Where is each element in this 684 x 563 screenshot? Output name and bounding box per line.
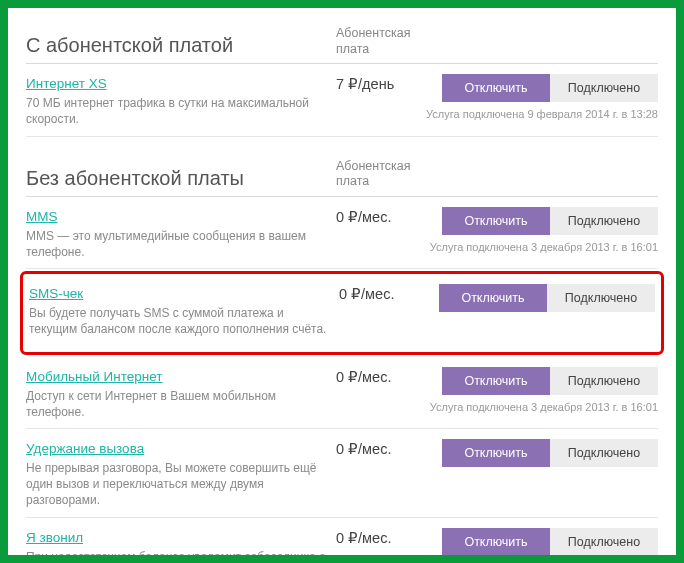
service-price: 0 ₽/мес. bbox=[336, 207, 426, 225]
button-row: Отключить Подключено bbox=[442, 528, 658, 556]
disconnect-button[interactable]: Отключить bbox=[439, 284, 547, 312]
service-description: Доступ к сети Интернет в Вашем мобильном… bbox=[26, 388, 328, 420]
disconnect-button[interactable]: Отключить bbox=[442, 367, 550, 395]
service-actions: Отключить Подключено bbox=[426, 439, 658, 467]
service-price: 7 ₽/день bbox=[336, 74, 426, 92]
connected-status: Подключено bbox=[550, 439, 658, 467]
service-row: Мобильный Интернет Доступ к сети Интерне… bbox=[26, 357, 658, 429]
service-info: MMS MMS — это мультимедийные сообщения в… bbox=[26, 207, 336, 260]
service-link-i-called[interactable]: Я звонил bbox=[26, 530, 83, 545]
section-title-paid: С абонентской платой bbox=[26, 34, 336, 57]
service-actions: Отключить Подключено Услуга подключена 9… bbox=[426, 74, 658, 120]
price-column-header: Абонентская плата bbox=[336, 159, 426, 190]
connected-status: Подключено bbox=[550, 367, 658, 395]
section-gap bbox=[26, 137, 658, 151]
service-row: Удержание вызова Не прерывая разговора, … bbox=[26, 429, 658, 518]
service-actions: Отключить Подключено bbox=[426, 528, 658, 556]
service-info: Я звонил При недостаточном балансе уведо… bbox=[26, 528, 336, 563]
app-frame: С абонентской платой Абонентская плата И… bbox=[0, 0, 684, 563]
service-link-call-hold[interactable]: Удержание вызова bbox=[26, 441, 144, 456]
disconnect-button[interactable]: Отключить bbox=[442, 207, 550, 235]
button-row: Отключить Подключено bbox=[442, 207, 658, 235]
service-link-mms[interactable]: MMS bbox=[26, 209, 58, 224]
service-description: MMS — это мультимедийные сообщения в ваш… bbox=[26, 228, 328, 260]
service-link-mobile-internet[interactable]: Мобильный Интернет bbox=[26, 369, 162, 384]
service-info: Интернет XS 70 МБ интернет трафика в сут… bbox=[26, 74, 336, 127]
service-info: Мобильный Интернет Доступ к сети Интерне… bbox=[26, 367, 336, 420]
service-price: 0 ₽/мес. bbox=[336, 528, 426, 546]
service-price: 0 ₽/мес. bbox=[336, 367, 426, 385]
connected-status: Подключено bbox=[550, 74, 658, 102]
service-link-internet-xs[interactable]: Интернет XS bbox=[26, 76, 107, 91]
connection-note: Услуга подключена 9 февраля 2014 г. в 13… bbox=[426, 108, 658, 120]
service-description: Вы будете получать SMS с суммой платежа … bbox=[29, 305, 331, 337]
section-title-free: Без абонентской платы bbox=[26, 167, 336, 190]
service-description: 70 МБ интернет трафика в сутки на максим… bbox=[26, 95, 328, 127]
price-column-header: Абонентская плата bbox=[336, 26, 426, 57]
service-actions: Отключить Подключено Услуга подключена 3… bbox=[426, 207, 658, 253]
button-row: Отключить Подключено bbox=[439, 284, 655, 312]
connection-note: Услуга подключена 3 декабря 2013 г. в 16… bbox=[430, 241, 658, 253]
service-price: 0 ₽/мес. bbox=[336, 439, 426, 457]
service-info: SMS-чек Вы будете получать SMS с суммой … bbox=[29, 284, 339, 337]
service-description: При недостаточном балансе уведомит собес… bbox=[26, 549, 328, 563]
service-link-sms-chek[interactable]: SMS-чек bbox=[29, 286, 83, 301]
service-row: Интернет XS 70 МБ интернет трафика в сут… bbox=[26, 64, 658, 136]
connected-status: Подключено bbox=[550, 207, 658, 235]
button-row: Отключить Подключено bbox=[442, 439, 658, 467]
service-info: Удержание вызова Не прерывая разговора, … bbox=[26, 439, 336, 509]
section-header-paid: С абонентской платой Абонентская плата bbox=[26, 18, 658, 64]
section-header-free: Без абонентской платы Абонентская плата bbox=[26, 151, 658, 197]
disconnect-button[interactable]: Отключить bbox=[442, 439, 550, 467]
service-actions: Отключить Подключено Услуга подключена 3… bbox=[426, 367, 658, 413]
disconnect-button[interactable]: Отключить bbox=[442, 74, 550, 102]
connection-note: Услуга подключена 3 декабря 2013 г. в 16… bbox=[430, 401, 658, 413]
service-row-highlighted: SMS-чек Вы будете получать SMS с суммой … bbox=[20, 271, 664, 354]
service-price: 0 ₽/мес. bbox=[339, 284, 429, 302]
service-row: Я звонил При недостаточном балансе уведо… bbox=[26, 518, 658, 563]
service-actions: Отключить Подключено bbox=[429, 284, 655, 312]
service-description: Не прерывая разговора, Вы можете соверши… bbox=[26, 460, 328, 509]
button-row: Отключить Подключено bbox=[442, 367, 658, 395]
connected-status: Подключено bbox=[550, 528, 658, 556]
button-row: Отключить Подключено bbox=[442, 74, 658, 102]
service-row: MMS MMS — это мультимедийные сообщения в… bbox=[26, 197, 658, 269]
connected-status: Подключено bbox=[547, 284, 655, 312]
disconnect-button[interactable]: Отключить bbox=[442, 528, 550, 556]
